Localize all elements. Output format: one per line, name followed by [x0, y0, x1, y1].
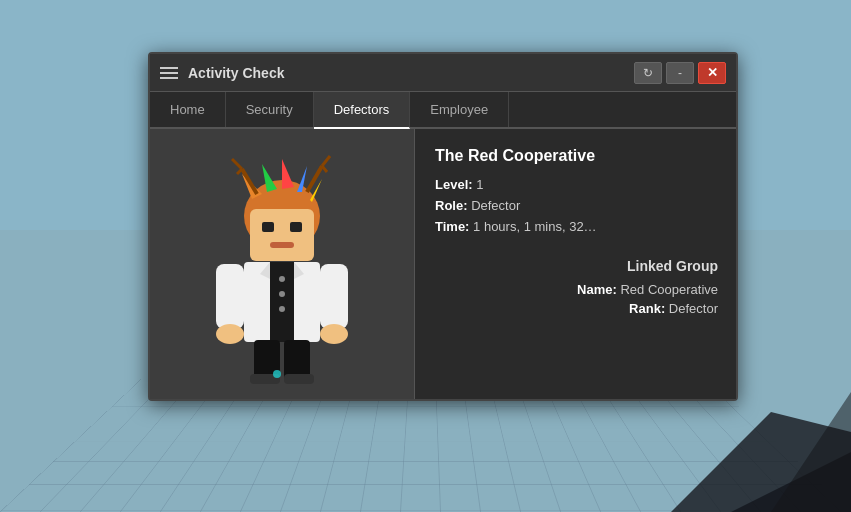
window-controls: ↻ - ✕ — [634, 62, 726, 84]
tab-security[interactable]: Security — [226, 92, 314, 127]
time-row: Time: 1 hours, 1 mins, 32… — [435, 219, 718, 234]
role-label: Role: — [435, 198, 468, 213]
close-button[interactable]: ✕ — [698, 62, 726, 84]
player-name: The Red Cooperative — [435, 147, 718, 165]
avatar-image — [182, 144, 382, 384]
svg-point-20 — [279, 306, 285, 312]
svg-rect-17 — [270, 262, 294, 342]
time-label: Time: — [435, 219, 469, 234]
linked-name-value: Red Cooperative — [620, 282, 718, 297]
dialog-window: Activity Check ↻ - ✕ Home Security Defec… — [148, 52, 738, 401]
level-value: 1 — [476, 177, 483, 192]
tab-home[interactable]: Home — [150, 92, 226, 127]
svg-line-9 — [307, 166, 322, 192]
svg-rect-14 — [290, 222, 302, 232]
linked-rank-value: Defector — [669, 301, 718, 316]
svg-line-7 — [232, 159, 242, 169]
level-row: Level: 1 — [435, 177, 718, 192]
dialog-title: Activity Check — [188, 65, 634, 81]
svg-rect-24 — [320, 264, 348, 329]
linked-group-title: Linked Group — [435, 258, 718, 274]
svg-line-11 — [322, 166, 327, 172]
linked-name-row: Name: Red Cooperative — [435, 282, 718, 297]
svg-rect-15 — [270, 242, 294, 248]
svg-line-8 — [237, 169, 242, 174]
refresh-button[interactable]: ↻ — [634, 62, 662, 84]
svg-point-26 — [320, 324, 348, 344]
tab-defectors[interactable]: Defectors — [314, 92, 411, 129]
avatar-panel — [150, 129, 415, 399]
tab-bar: Home Security Defectors Employee — [150, 92, 736, 129]
svg-point-31 — [273, 370, 281, 378]
content-area: The Red Cooperative Level: 1 Role: Defec… — [150, 129, 736, 399]
linked-rank-row: Rank: Defector — [435, 301, 718, 316]
time-value: 1 hours, 1 mins, 32… — [473, 219, 597, 234]
svg-point-19 — [279, 291, 285, 297]
svg-rect-30 — [284, 374, 314, 384]
level-label: Level: — [435, 177, 473, 192]
linked-rank-label: Rank: — [629, 301, 665, 316]
menu-icon[interactable] — [160, 67, 178, 79]
svg-rect-12 — [250, 209, 314, 261]
role-row: Role: Defector — [435, 198, 718, 213]
role-value: Defector — [471, 198, 520, 213]
linked-name-label: Name: — [577, 282, 617, 297]
svg-point-18 — [279, 276, 285, 282]
svg-rect-13 — [262, 222, 274, 232]
svg-point-25 — [216, 324, 244, 344]
title-bar: Activity Check ↻ - ✕ — [150, 54, 736, 92]
linked-group-section: Linked Group Name: Red Cooperative Rank:… — [435, 258, 718, 316]
info-panel: The Red Cooperative Level: 1 Role: Defec… — [415, 129, 736, 399]
svg-line-10 — [322, 156, 330, 166]
tab-employee[interactable]: Employee — [410, 92, 509, 127]
svg-rect-23 — [216, 264, 244, 329]
svg-marker-3 — [282, 159, 294, 189]
minimize-button[interactable]: - — [666, 62, 694, 84]
